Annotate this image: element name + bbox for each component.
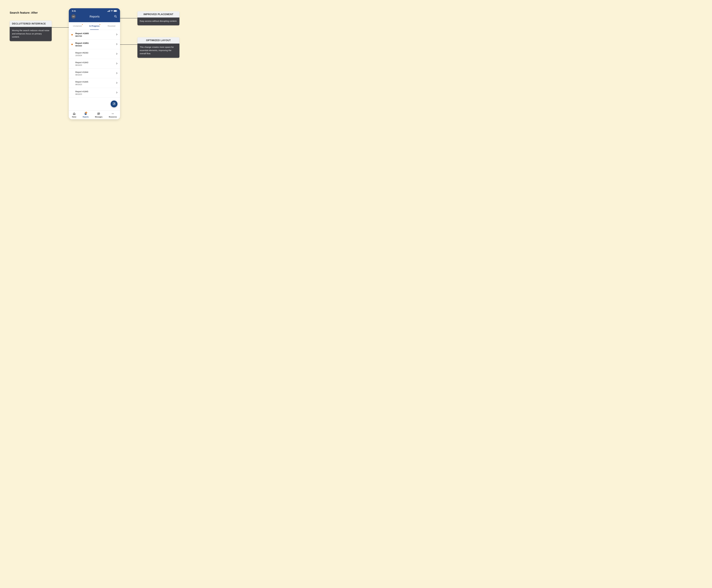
callout-declutter-title: DECLUTTERED INTERFACE: [10, 21, 52, 27]
status-bar: 9:41: [69, 8, 120, 13]
unread-dot-icon: [72, 54, 73, 55]
callout-declutter-body: Moving the search reduces visual noise a…: [10, 27, 52, 41]
list-item-main: Report #184508/10/23: [75, 81, 116, 86]
report-date: 08/17/23: [75, 35, 116, 37]
callout-layout-body: This change creates more space for essen…: [137, 44, 179, 58]
nav-label: Home: [72, 116, 76, 118]
nav-label: Messages: [95, 116, 103, 118]
svg-rect-18: [85, 113, 86, 114]
signal-icon: [107, 10, 110, 12]
report-title: Report #1843: [75, 61, 116, 64]
tab-label: Resolved: [108, 25, 115, 27]
new-report-fab[interactable]: [110, 101, 118, 107]
phone-frame: 9:41 AJ Reports: [69, 8, 120, 119]
chevron-right-icon: [116, 43, 118, 46]
status-time: 9:41: [72, 10, 76, 12]
report-title: Report #1805: [75, 32, 116, 35]
app-header: 9:41 AJ Reports: [69, 8, 120, 22]
compose-icon: [113, 102, 116, 106]
tab-in-progress[interactable]: In Progress: [86, 22, 103, 30]
report-title: Report #1844: [75, 71, 116, 73]
report-title: Report #9283: [75, 51, 116, 54]
chevron-right-icon: [116, 53, 118, 55]
nav-resources[interactable]: Resources: [109, 112, 117, 118]
report-date: 08/15/23: [75, 45, 116, 47]
callout-layout-title: OPTIMIZED LAYOUT: [137, 37, 179, 44]
unread-dot-icon: [72, 44, 73, 45]
page-title: Search feature: After: [10, 11, 38, 14]
list-item-main: Report #180508/17/23: [75, 32, 116, 37]
unread-dot-icon: [72, 34, 73, 36]
report-title: Report #1845: [75, 90, 116, 93]
battery-icon: [114, 10, 117, 12]
report-title: Report #1845: [75, 81, 116, 83]
tab-label: In Progress: [89, 25, 100, 27]
nav-home[interactable]: Home: [72, 112, 76, 118]
list-item[interactable]: Report #184508/10/23: [69, 88, 120, 98]
header-title: Reports: [89, 15, 100, 18]
svg-point-10: [111, 12, 112, 12]
list-item[interactable]: Report #184508/10/23: [69, 78, 120, 88]
list-item[interactable]: Report #928310/15/24: [69, 49, 120, 59]
avatar[interactable]: AJ: [72, 14, 76, 19]
wifi-icon: [110, 10, 113, 12]
report-date: 10/15/24: [75, 55, 116, 57]
svg-rect-8: [109, 10, 109, 12]
search-icon: [114, 15, 117, 18]
bottom-nav: Home 4 Reports Messages Resources: [69, 110, 120, 119]
tab-resolved[interactable]: Resolved: [103, 22, 120, 30]
unread-dot-icon: [72, 73, 73, 74]
report-list[interactable]: Report #180508/17/23Report #185108/15/23…: [69, 30, 120, 111]
callout-placement-title: IMPROVED PLACEMENT: [137, 11, 179, 18]
notification-dot-icon: [82, 24, 83, 25]
home-icon: [73, 112, 76, 115]
report-date: 08/10/23: [75, 74, 116, 76]
unread-dot-icon: [72, 92, 73, 93]
list-item-main: Report #185108/15/23: [75, 42, 116, 47]
notification-dot-icon: [100, 24, 100, 25]
list-item-main: Report #184508/10/23: [75, 90, 116, 95]
list-item-main: Report #184308/10/23: [75, 61, 116, 66]
chevron-right-icon: [116, 62, 118, 65]
report-title: Report #1851: [75, 42, 116, 44]
list-item-main: Report #928310/15/24: [75, 51, 116, 57]
svg-point-24: [113, 113, 114, 114]
nav-reports[interactable]: 4 Reports: [83, 112, 89, 118]
unread-dot-icon: [72, 63, 73, 64]
list-item[interactable]: Report #184308/10/23: [69, 59, 120, 69]
svg-rect-12: [114, 10, 117, 12]
svg-point-22: [112, 113, 113, 114]
tabs: Unclaimed In Progress Resolved: [69, 22, 120, 30]
unread-dot-icon: [72, 82, 73, 84]
report-date: 08/10/23: [75, 84, 116, 86]
list-item[interactable]: Report #180508/17/23: [69, 30, 120, 40]
tab-unclaimed[interactable]: Unclaimed: [69, 22, 86, 30]
svg-rect-7: [108, 11, 108, 12]
callout-declutter: DECLUTTERED INTERFACE Moving the search …: [10, 21, 52, 41]
report-date: 08/10/23: [75, 64, 116, 66]
report-date: 08/10/23: [75, 93, 116, 95]
chevron-right-icon: [116, 91, 118, 94]
more-icon: [111, 112, 114, 115]
svg-line-15: [116, 17, 117, 18]
nav-messages[interactable]: Messages: [95, 112, 103, 118]
search-button[interactable]: [114, 15, 118, 19]
chevron-right-icon: [116, 34, 118, 36]
nav-label: Reports: [83, 116, 89, 118]
svg-point-23: [113, 113, 113, 114]
list-item[interactable]: Report #185108/15/23: [69, 40, 120, 49]
messages-icon: [97, 112, 100, 115]
svg-rect-6: [107, 11, 108, 12]
callout-placement-body: Easy access without disrupting content.: [137, 18, 179, 25]
callout-layout: OPTIMIZED LAYOUT This change creates mor…: [137, 37, 179, 58]
nav-label: Resources: [109, 116, 117, 118]
chevron-right-icon: [116, 82, 118, 84]
callout-placement: IMPROVED PLACEMENT Easy access without d…: [137, 11, 179, 25]
nav-badge: 4: [85, 112, 87, 113]
list-item[interactable]: Report #184408/10/23: [69, 69, 120, 78]
tab-label: Unclaimed: [73, 25, 82, 27]
list-item-main: Report #184408/10/23: [75, 71, 116, 76]
svg-rect-13: [117, 11, 117, 11]
chevron-right-icon: [116, 72, 118, 75]
svg-rect-9: [109, 10, 110, 12]
